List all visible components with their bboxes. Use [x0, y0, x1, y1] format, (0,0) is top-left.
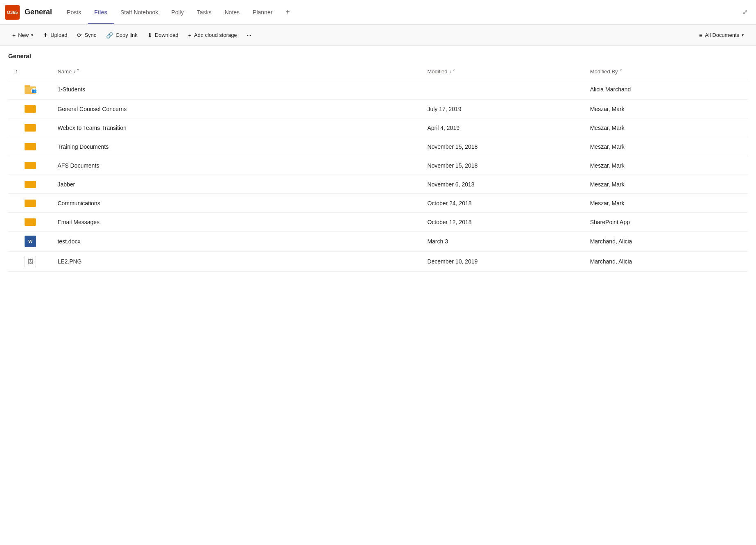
table-row[interactable]: Email MessagesOctober 12, 2018SharePoint…	[8, 213, 748, 232]
col-header-name[interactable]: Name ↓ ˅	[52, 64, 422, 79]
file-list-area: General 🗋 Name ↓ ˅ Modified	[0, 46, 756, 545]
col-header-modified[interactable]: Modified ↓ ˅	[422, 64, 585, 79]
new-button[interactable]: + New ▾	[8, 30, 37, 41]
header: O365 General PostsFilesStaff NotebookPol…	[0, 0, 756, 25]
more-label: ···	[247, 32, 251, 38]
more-button[interactable]: ···	[243, 30, 256, 41]
file-table-body: 👥 1-StudentsAlicia MarchandGeneral Couns…	[8, 79, 748, 272]
table-row[interactable]: 👥 1-StudentsAlicia Marchand	[8, 79, 748, 100]
section-title: General	[8, 46, 748, 64]
file-modified-by-cell-3: Meszar, Mark	[585, 137, 748, 156]
file-modified-by-cell-4: Meszar, Mark	[585, 156, 748, 175]
file-modified-cell-3: November 15, 2018	[422, 137, 585, 156]
file-name-cell-1[interactable]: General Counsel Concerns	[52, 100, 422, 118]
table-header: 🗋 Name ↓ ˅ Modified ↓ ˅	[8, 64, 748, 79]
file-modified-by-cell-5: Meszar, Mark	[585, 175, 748, 194]
file-modified-cell-5: November 6, 2018	[422, 175, 585, 194]
file-name-cell-9[interactable]: LE2.PNG	[52, 252, 422, 272]
file-name-cell-3[interactable]: Training Documents	[52, 137, 422, 156]
file-modified-cell-6: October 24, 2018	[422, 194, 585, 213]
table-row[interactable]: JabberNovember 6, 2018Meszar, Mark	[8, 175, 748, 194]
new-chevron-icon: ▾	[31, 33, 33, 37]
file-icon-header: 🗋	[13, 68, 18, 75]
download-icon: ⬇	[147, 32, 152, 39]
new-icon: +	[12, 32, 16, 39]
all-documents-chevron-icon: ▾	[742, 33, 744, 37]
expand-icon[interactable]: ⤢	[739, 5, 751, 19]
add-cloud-icon: +	[188, 32, 192, 39]
table-row[interactable]: CommunicationsOctober 24, 2018Meszar, Ma…	[8, 194, 748, 213]
upload-icon: ⬆	[43, 32, 48, 39]
sync-label: Sync	[84, 32, 96, 38]
file-modified-cell-1: July 17, 2019	[422, 100, 585, 118]
folder-icon	[25, 123, 36, 132]
file-modified-by-cell-7: SharePoint App	[585, 213, 748, 232]
table-row[interactable]: Webex to Teams TransitionApril 4, 2019Me…	[8, 118, 748, 137]
nav-tab-staff-notebook[interactable]: Staff Notebook	[114, 0, 165, 24]
all-documents-label: All Documents	[705, 32, 739, 38]
table-row[interactable]: Wtest.docxMarch 3Marchand, Alicia	[8, 232, 748, 252]
all-documents-button[interactable]: ≡ All Documents ▾	[695, 30, 748, 41]
file-modified-cell-9: December 10, 2019	[422, 252, 585, 272]
copy-link-icon: 🔗	[106, 32, 113, 39]
file-modified-cell-8: March 3	[422, 232, 585, 252]
channel-name: General	[25, 8, 52, 16]
nav-tab-posts[interactable]: Posts	[60, 0, 88, 24]
add-cloud-label: Add cloud storage	[194, 32, 237, 38]
file-modified-cell-4: November 15, 2018	[422, 156, 585, 175]
content: General 🗋 Name ↓ ˅ Modified	[0, 46, 756, 545]
nav-tab-notes[interactable]: Notes	[218, 0, 247, 24]
file-modified-cell-7: October 12, 2018	[422, 213, 585, 232]
file-name-cell-0[interactable]: 1-Students	[52, 79, 422, 100]
modified-sort-icon: ↓ ˅	[449, 69, 455, 74]
copy-link-button[interactable]: 🔗 Copy link	[102, 30, 141, 41]
file-icon-cell-4	[8, 156, 52, 175]
file-name-cell-7[interactable]: Email Messages	[52, 213, 422, 232]
nav-tab-add[interactable]: +	[279, 0, 297, 24]
file-icon-cell-1	[8, 100, 52, 118]
file-name-cell-4[interactable]: AFS Documents	[52, 156, 422, 175]
file-name-cell-2[interactable]: Webex to Teams Transition	[52, 118, 422, 137]
folder-icon	[25, 179, 36, 188]
folder-icon	[25, 104, 36, 113]
file-icon-cell-7	[8, 213, 52, 232]
file-modified-by-cell-8: Marchand, Alicia	[585, 232, 748, 252]
file-name-cell-6[interactable]: Communications	[52, 194, 422, 213]
col-header-modified-by[interactable]: Modified By ˅	[585, 64, 748, 79]
upload-label: Upload	[50, 32, 67, 38]
sync-button[interactable]: ⟳ Sync	[73, 30, 100, 41]
table-row[interactable]: AFS DocumentsNovember 15, 2018Meszar, Ma…	[8, 156, 748, 175]
download-label: Download	[155, 32, 179, 38]
image-icon: 🖼	[25, 256, 36, 267]
toolbar: + New ▾ ⬆ Upload ⟳ Sync 🔗 Copy link ⬇ Do…	[0, 25, 756, 46]
file-icon-cell-9: 🖼	[8, 252, 52, 272]
nav-tab-files[interactable]: Files	[88, 0, 114, 24]
table-row[interactable]: 🖼LE2.PNGDecember 10, 2019Marchand, Alici…	[8, 252, 748, 272]
sync-icon: ⟳	[77, 32, 82, 39]
nav-tabs: PostsFilesStaff NotebookPollyTasksNotesP…	[60, 0, 297, 24]
file-name-cell-5[interactable]: Jabber	[52, 175, 422, 194]
file-modified-by-cell-9: Marchand, Alicia	[585, 252, 748, 272]
col-header-icon: 🗋	[8, 64, 52, 79]
table-row[interactable]: Training DocumentsNovember 15, 2018Mesza…	[8, 137, 748, 156]
file-modified-by-cell-6: Meszar, Mark	[585, 194, 748, 213]
upload-button[interactable]: ⬆ Upload	[39, 30, 71, 41]
file-name-cell-8[interactable]: test.docx	[52, 232, 422, 252]
nav-tab-polly[interactable]: Polly	[165, 0, 190, 24]
file-modified-by-cell-0: Alicia Marchand	[585, 79, 748, 100]
nav-tab-tasks[interactable]: Tasks	[190, 0, 218, 24]
file-modified-by-cell-1: Meszar, Mark	[585, 100, 748, 118]
file-modified-cell-0	[422, 79, 585, 100]
file-icon-cell-2	[8, 118, 52, 137]
table-row[interactable]: General Counsel ConcernsJuly 17, 2019Mes…	[8, 100, 748, 118]
add-cloud-button[interactable]: + Add cloud storage	[184, 30, 241, 41]
folder-icon	[25, 198, 36, 207]
folder-icon	[25, 217, 36, 226]
file-icon-cell-5	[8, 175, 52, 194]
file-icon-cell-8: W	[8, 232, 52, 252]
file-icon-cell-6	[8, 194, 52, 213]
download-button[interactable]: ⬇ Download	[143, 30, 183, 41]
file-icon-cell-0: 👥	[8, 79, 52, 100]
file-icon-cell-3	[8, 137, 52, 156]
nav-tab-planner[interactable]: Planner	[246, 0, 279, 24]
